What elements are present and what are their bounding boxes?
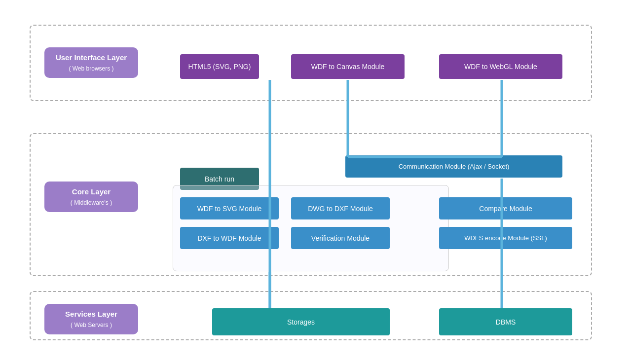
services-layer-sublabel: ( Web Servers ) xyxy=(71,322,112,328)
core-layer-title: Core Layer xyxy=(72,187,111,196)
core-layer-sublabel: ( Middleware's ) xyxy=(71,199,112,206)
core-layer-label: Core Layer ( Middleware's ) xyxy=(44,182,138,212)
architecture-diagram: User Interface Layer ( Web browsers ) Co… xyxy=(30,25,602,340)
services-layer-title: Services Layer xyxy=(65,310,117,318)
services-layer-label: Services Layer ( Web Servers ) xyxy=(44,304,138,334)
ui-layer-title: User Interface Layer xyxy=(56,53,127,62)
ui-layer-sublabel: ( Web browsers ) xyxy=(69,65,113,72)
ui-layer-label: User Interface Layer ( Web browsers ) xyxy=(44,47,138,78)
